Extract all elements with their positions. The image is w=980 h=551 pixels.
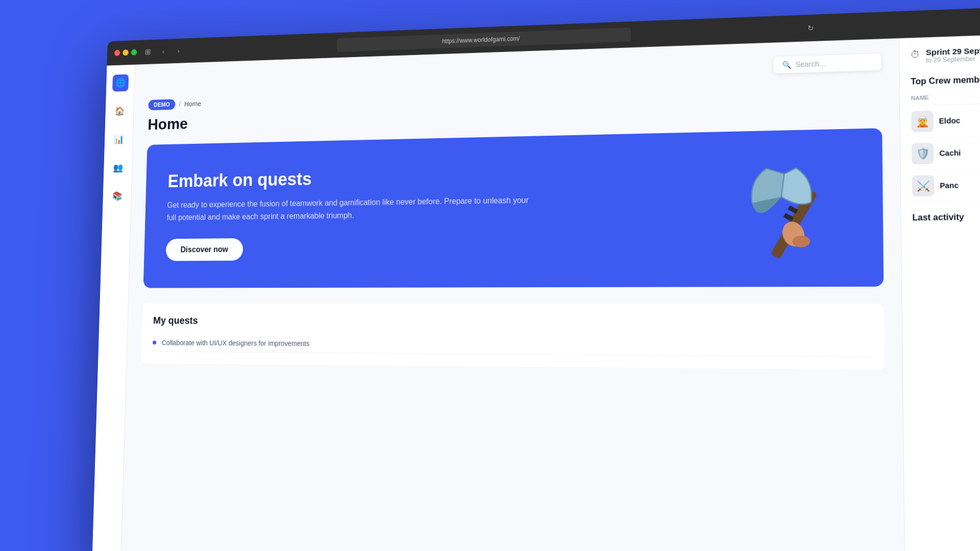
forward-button[interactable]: ›	[174, 45, 184, 56]
crew-name-3: Panc	[940, 181, 959, 190]
crew-name-1: Eldoc	[939, 116, 961, 126]
sidebar-item-globe[interactable]: 🌐	[112, 74, 129, 92]
sprint-header: ⏱ Sprint 29 September to 29 September	[911, 44, 980, 65]
breadcrumb-demo[interactable]: DEMO	[148, 99, 175, 110]
sprint-section: ⏱ Sprint 29 September to 29 September	[911, 44, 980, 65]
crew-row-3[interactable]: ⚔️ Panc	[912, 168, 980, 202]
breadcrumb-page: Home	[184, 100, 202, 108]
crew-avatar-2: 🛡️	[912, 143, 934, 164]
maximize-button[interactable]	[131, 49, 137, 55]
crew-table: NAME 🧝 Eldoc 🛡️ Cachi ⚔️ Panc	[911, 92, 980, 203]
crew-section: Top Crew members NAME 🧝 Eldoc 🛡️ Cachi ⚔	[911, 73, 980, 203]
hero-content: Embark on quests Get ready to experience…	[166, 164, 530, 261]
reload-button[interactable]: ↻	[805, 22, 817, 34]
chart-icon: 📊	[114, 134, 124, 145]
crew-row-2[interactable]: 🛡️ Cachi	[912, 135, 980, 170]
globe-icon: 🌐	[115, 78, 126, 88]
address-bar[interactable]: https://www.worldofgami.com/	[336, 27, 630, 52]
quest-item[interactable]: Collaborate with UI/UX designers for imp…	[153, 334, 871, 357]
sidebar-item-team[interactable]: 👥	[110, 159, 126, 177]
crew-avatar-3: ⚔️	[912, 175, 934, 196]
axe-icon	[731, 150, 850, 266]
url-text: https://www.worldofgami.com/	[442, 35, 520, 44]
main-content: 🔍 Search... DEMO / Home Home Embark on q…	[121, 38, 905, 551]
close-button[interactable]	[114, 50, 120, 56]
hero-description: Get ready to experience the fusion of te…	[167, 194, 530, 224]
sidebar-item-stack[interactable]: 📚	[109, 187, 125, 205]
right-panel: ⏱ Sprint 29 September to 29 September To…	[899, 33, 980, 551]
quest-item-text: Collaborate with UI/UX designers for imp…	[162, 339, 310, 347]
sidebar-item-chart[interactable]: 📊	[110, 131, 127, 148]
last-activity-title: Last activity	[912, 212, 980, 223]
crew-section-title: Top Crew members	[911, 73, 980, 87]
search-box[interactable]: 🔍 Search...	[774, 54, 882, 73]
traffic-lights	[114, 49, 137, 56]
my-quests-title: My quests	[153, 315, 871, 329]
search-icon: 🔍	[782, 61, 791, 69]
hero-title: Embark on quests	[167, 164, 530, 192]
discover-now-button[interactable]: Discover now	[166, 238, 243, 261]
sidebar-toggle-icon[interactable]: ⊞	[142, 46, 153, 58]
browser-window: ⊞ ‹ › https://www.worldofgami.com/ ↻ 🪙 1…	[92, 6, 980, 551]
minimize-button[interactable]	[122, 49, 129, 56]
last-activity-section: Last activity	[912, 212, 980, 223]
crew-row-1[interactable]: 🧝 Eldoc	[911, 103, 980, 138]
crew-name-2: Cachi	[939, 148, 961, 157]
my-quests-section: My quests Collaborate with UI/UX designe…	[141, 304, 885, 370]
breadcrumb-separator: /	[179, 101, 181, 108]
quest-dot-icon	[153, 341, 156, 345]
home-icon: 🏠	[114, 106, 125, 116]
sidebar-item-home[interactable]: 🏠	[111, 103, 128, 120]
stack-icon: 📚	[112, 191, 122, 202]
hero-banner: Embark on quests Get ready to experience…	[143, 128, 884, 288]
browser-content: 🌐 🏠 📊 👥 📚	[92, 33, 980, 551]
crew-avatar-1: 🧝	[911, 111, 934, 132]
sprint-icon: ⏱	[911, 49, 921, 60]
search-input[interactable]: Search...	[795, 60, 825, 69]
back-button[interactable]: ‹	[158, 46, 168, 57]
team-icon: 👥	[113, 162, 123, 173]
crew-column-header: NAME	[911, 92, 980, 106]
app-wrapper: ⊞ ‹ › https://www.worldofgami.com/ ↻ 🪙 1…	[0, 0, 980, 551]
hero-illustration	[721, 129, 862, 287]
